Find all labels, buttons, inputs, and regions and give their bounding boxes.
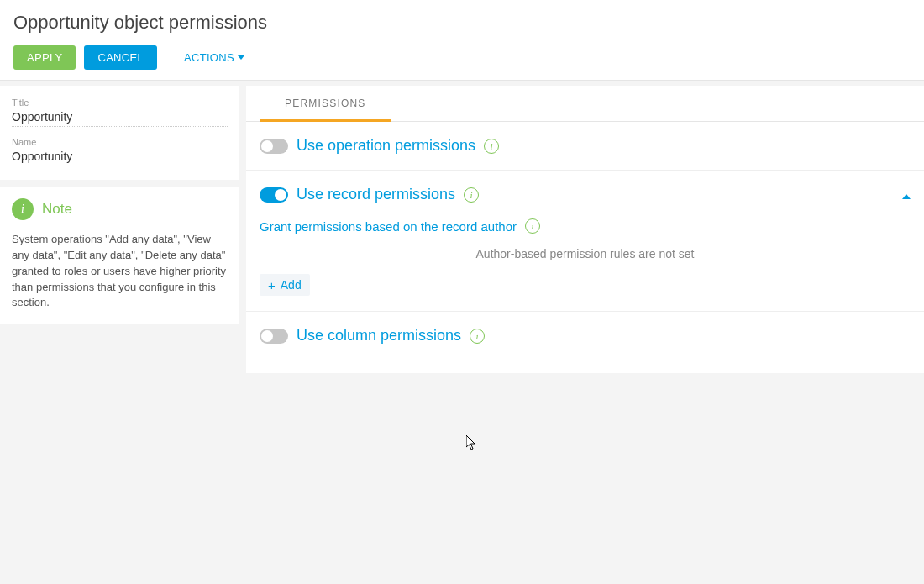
tab-permissions[interactable]: PERMISSIONS [260,86,391,122]
actions-label: ACTIONS [184,51,234,64]
record-author-label: Grant permissions based on the record au… [260,219,517,234]
note-heading: Note [42,201,72,218]
toggle-record-permissions[interactable] [260,187,288,203]
info-icon[interactable]: i [470,329,485,344]
info-icon[interactable]: i [484,139,499,154]
page-title: Opportunity object permissions [13,12,911,34]
record-author-subsection[interactable]: Grant permissions based on the record au… [260,218,911,234]
info-icon: i [12,198,34,220]
add-rule-button[interactable]: + Add [260,274,310,296]
title-field-label: Title [12,97,228,108]
add-label: Add [281,278,302,292]
name-field-value[interactable]: Opportunity [12,150,228,166]
chevron-up-icon [902,194,911,199]
plus-icon: + [268,279,276,292]
actions-dropdown[interactable]: ACTIONS [171,45,258,70]
empty-rules-message: Author-based permission rules are not se… [260,247,911,260]
note-body: System operations "Add any data", "View … [12,232,228,311]
cursor-icon [466,435,478,454]
title-field-value[interactable]: Opportunity [12,110,228,127]
toggle-operation-permissions[interactable] [260,139,288,154]
collapse-button[interactable] [902,187,911,203]
apply-button[interactable]: APPLY [13,45,76,70]
operation-permissions-label[interactable]: Use operation permissions [297,137,475,155]
name-field-label: Name [12,137,228,147]
column-permissions-label[interactable]: Use column permissions [297,327,461,345]
info-icon[interactable]: i [525,218,540,234]
cancel-button[interactable]: CANCEL [84,45,157,70]
caret-down-icon [238,55,244,60]
toggle-column-permissions[interactable] [260,329,288,344]
info-icon[interactable]: i [464,187,479,203]
record-permissions-label[interactable]: Use record permissions [297,186,455,203]
